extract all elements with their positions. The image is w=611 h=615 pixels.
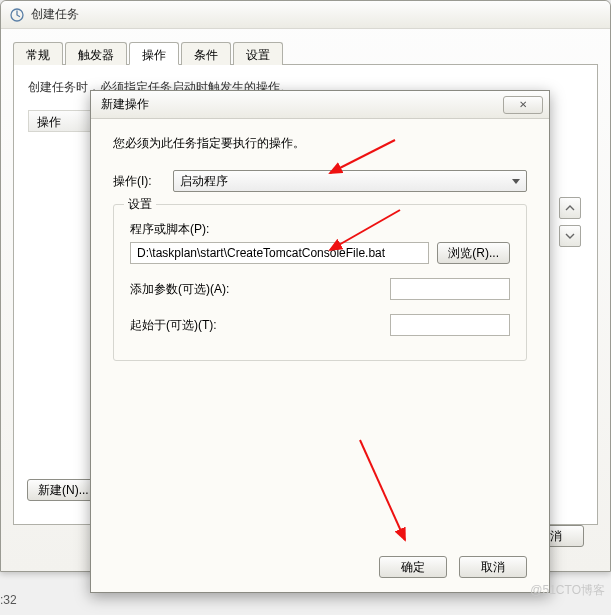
watermark: @51CTO博客 xyxy=(530,582,605,599)
chevron-down-icon xyxy=(559,225,581,247)
actions-list-header: 操作 xyxy=(28,110,98,132)
parent-titlebar: 创建任务 xyxy=(1,1,610,29)
tab-triggers[interactable]: 触发器 xyxy=(65,42,127,65)
action-dropdown-value: 启动程序 xyxy=(180,174,228,188)
close-icon: ✕ xyxy=(519,99,527,110)
clock-icon xyxy=(9,7,25,23)
startin-label: 起始于(可选)(T): xyxy=(130,317,217,334)
modal-footer: 确定 取消 xyxy=(379,556,527,578)
close-button[interactable]: ✕ xyxy=(503,96,543,114)
new-action-button[interactable]: 新建(N)... xyxy=(27,479,100,501)
tab-settings[interactable]: 设置 xyxy=(233,42,283,65)
script-label: 程序或脚本(P): xyxy=(130,221,510,238)
move-down-button[interactable] xyxy=(559,225,581,253)
parent-title: 创建任务 xyxy=(31,6,79,23)
move-up-button[interactable] xyxy=(559,197,581,225)
modal-title: 新建操作 xyxy=(101,96,149,113)
action-dropdown[interactable]: 启动程序 xyxy=(173,170,527,192)
args-input[interactable] xyxy=(390,278,510,300)
startin-input[interactable] xyxy=(390,314,510,336)
time-fragment: :32 xyxy=(0,593,17,607)
modal-body: 您必须为此任务指定要执行的操作。 操作(I): 启动程序 设置 程序或脚本(P)… xyxy=(91,119,549,592)
modal-cancel-button[interactable]: 取消 xyxy=(459,556,527,578)
tab-actions[interactable]: 操作 xyxy=(129,42,179,65)
tab-strip: 常规 触发器 操作 条件 设置 xyxy=(13,41,598,65)
args-label: 添加参数(可选)(A): xyxy=(130,281,229,298)
tab-conditions[interactable]: 条件 xyxy=(181,42,231,65)
ok-button[interactable]: 确定 xyxy=(379,556,447,578)
modal-titlebar: 新建操作 ✕ xyxy=(91,91,549,119)
chevron-up-icon xyxy=(559,197,581,219)
tab-general[interactable]: 常规 xyxy=(13,42,63,65)
script-path-input[interactable] xyxy=(130,242,429,264)
settings-group: 设置 程序或脚本(P): 浏览(R)... 添加参数(可选)(A): 起始于(可… xyxy=(113,204,527,361)
modal-instruction: 您必须为此任务指定要执行的操作。 xyxy=(113,135,527,152)
settings-legend: 设置 xyxy=(124,196,156,213)
action-label: 操作(I): xyxy=(113,173,173,190)
new-action-dialog: 新建操作 ✕ 您必须为此任务指定要执行的操作。 操作(I): 启动程序 设置 程… xyxy=(90,90,550,593)
browse-button[interactable]: 浏览(R)... xyxy=(437,242,510,264)
